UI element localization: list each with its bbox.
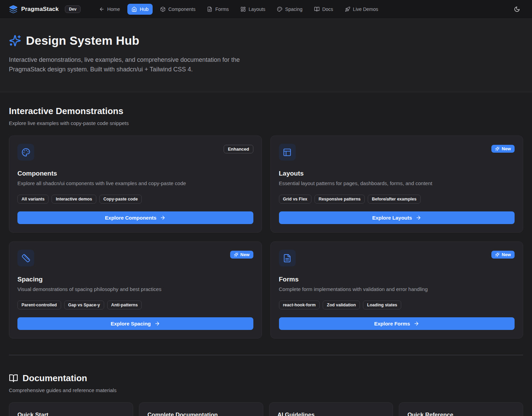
- doc-card-title: Quick Start: [17, 412, 125, 416]
- arrow-right-icon: [154, 321, 160, 327]
- section-divider: [9, 355, 523, 355]
- card-description: Complete form implementations with valid…: [279, 286, 515, 292]
- new-badge: New: [230, 251, 253, 259]
- tag: Before/after examples: [368, 195, 421, 204]
- doc-card-title: AI Guidelines: [278, 412, 385, 416]
- explore-layouts-button[interactable]: Explore Layouts: [279, 211, 515, 224]
- nav-components[interactable]: Components: [156, 4, 199, 15]
- nav-hub[interactable]: Hub: [127, 4, 153, 15]
- sparkles-icon: [495, 252, 500, 257]
- tag: Responsive patterns: [314, 195, 365, 204]
- tag: All variants: [17, 195, 48, 204]
- tag-row: react-hook-form Zod validation Loading s…: [279, 301, 515, 309]
- explore-components-button[interactable]: Explore Components: [17, 211, 253, 224]
- tag-row: All variants Interactive demos Copy-past…: [17, 195, 253, 204]
- palette-icon: [17, 144, 34, 161]
- arrow-right-icon: [414, 321, 419, 327]
- tag: Grid vs Flex: [279, 195, 312, 204]
- layers-logo-icon: [9, 5, 18, 14]
- card-title: Spacing: [17, 276, 253, 283]
- doc-card-title: Quick Reference: [407, 412, 515, 416]
- new-badge: New: [491, 145, 515, 153]
- palette-icon: [277, 6, 282, 12]
- page-description: Interactive demonstrations, live example…: [9, 55, 263, 74]
- tag: react-hook-form: [279, 301, 320, 309]
- card-description: Visual demonstrations of spacing philoso…: [17, 286, 253, 292]
- explore-spacing-button[interactable]: Explore Spacing: [17, 317, 253, 330]
- doc-card-complete-documentation[interactable]: Complete Documentation Full design syste…: [139, 402, 263, 416]
- tag: Parent-controlled: [17, 301, 61, 309]
- card-title: Forms: [279, 276, 515, 283]
- sparkles-icon: [9, 34, 21, 47]
- nav-spacing[interactable]: Spacing: [273, 4, 307, 15]
- main-nav: Home Hub Components Forms Layouts: [95, 4, 382, 15]
- doc-card-quick-reference[interactable]: Quick Reference Cheat sheet for lookups: [399, 402, 523, 416]
- top-navbar: PragmaStack Dev Home Hub Components Fo: [0, 0, 532, 19]
- tag-row: Grid vs Flex Responsive patterns Before/…: [279, 195, 515, 204]
- sparkles-icon: [495, 147, 500, 151]
- ruler-icon: [17, 250, 34, 266]
- tag: Copy-paste code: [99, 195, 142, 204]
- card-description: Explore all shadcn/ui components with li…: [17, 180, 253, 186]
- arrow-left-icon: [99, 6, 104, 12]
- nav-layouts[interactable]: Layouts: [236, 4, 269, 15]
- card-description: Essential layout patterns for pages, das…: [279, 180, 515, 186]
- nav-home[interactable]: Home: [95, 4, 124, 15]
- demo-card-spacing: New Spacing Visual demonstrations of spa…: [9, 241, 262, 338]
- arrow-right-icon: [416, 215, 421, 221]
- file-text-icon: [207, 6, 212, 12]
- rocket-icon: [345, 6, 350, 12]
- tag: Interactive demos: [52, 195, 96, 204]
- docs-card-grid: Quick Start 5-minute crash course Comple…: [9, 402, 523, 416]
- hero-section: Design System Hub Interactive demonstrat…: [0, 19, 532, 92]
- tag-row: Parent-controlled Gap vs Space-y Anti-pa…: [17, 301, 253, 309]
- demo-card-layouts: New Layouts Essential layout patterns fo…: [270, 136, 523, 233]
- layout-panel-icon: [279, 144, 296, 161]
- enhanced-badge: Enhanced: [224, 145, 253, 153]
- layout-dashboard-icon: [240, 6, 246, 12]
- doc-card-title: Complete Documentation: [148, 412, 255, 416]
- arrow-right-icon: [160, 215, 166, 221]
- card-title: Components: [17, 170, 253, 177]
- brand-name: PragmaStack: [21, 6, 59, 13]
- demo-card-forms: New Forms Complete form implementations …: [270, 241, 523, 338]
- tag: Loading states: [363, 301, 401, 309]
- demos-section-title: Interactive Demonstrations: [9, 106, 523, 116]
- file-text-icon: [279, 250, 296, 266]
- book-open-icon: [9, 374, 18, 383]
- tag: Anti-patterns: [107, 301, 142, 309]
- main-content: Interactive Demonstrations Explore live …: [0, 92, 532, 416]
- explore-forms-button[interactable]: Explore Forms: [279, 317, 515, 330]
- tag: Zod validation: [323, 301, 360, 309]
- box-icon: [160, 6, 166, 12]
- page-title: Design System Hub: [26, 34, 139, 47]
- doc-card-ai-guidelines[interactable]: AI Guidelines Rules for AI code generati…: [269, 402, 393, 416]
- docs-section-subtitle: Comprehensive guides and reference mater…: [9, 387, 523, 393]
- brand: PragmaStack Dev: [9, 5, 81, 14]
- nav-live-demos[interactable]: Live Demos: [341, 4, 382, 15]
- moon-icon: [514, 6, 520, 12]
- book-open-icon: [314, 6, 320, 12]
- sparkles-icon: [234, 252, 238, 257]
- demos-section-subtitle: Explore live examples with copy-paste co…: [9, 120, 523, 126]
- tag: Gap vs Space-y: [64, 301, 104, 309]
- dev-badge: Dev: [65, 5, 81, 13]
- nav-docs[interactable]: Docs: [310, 4, 337, 15]
- card-title: Layouts: [279, 170, 515, 177]
- home-icon: [131, 6, 137, 12]
- doc-card-quick-start[interactable]: Quick Start 5-minute crash course: [9, 402, 133, 416]
- new-badge: New: [491, 251, 515, 259]
- demo-card-components: Enhanced Components Explore all shadcn/u…: [9, 136, 262, 233]
- theme-toggle-button[interactable]: [511, 3, 523, 15]
- docs-section-title: Documentation: [23, 373, 87, 384]
- demo-card-grid: Enhanced Components Explore all shadcn/u…: [9, 136, 523, 338]
- nav-forms[interactable]: Forms: [203, 4, 233, 15]
